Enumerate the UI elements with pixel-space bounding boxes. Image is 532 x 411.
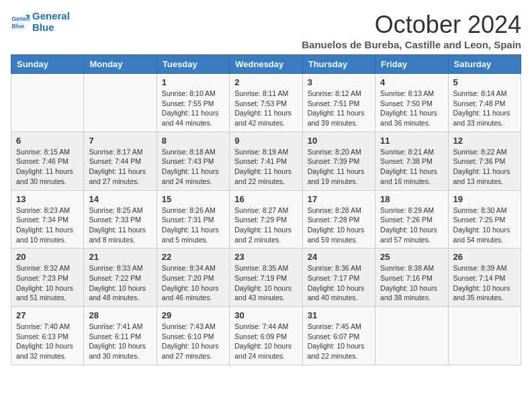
day-header-tuesday: Tuesday xyxy=(157,55,229,74)
calendar-cell: 29Sunrise: 7:43 AMSunset: 6:10 PMDayligh… xyxy=(157,307,229,365)
day-number: 23 xyxy=(234,252,297,262)
calendar-cell: 17Sunrise: 8:28 AMSunset: 7:28 PMDayligh… xyxy=(302,190,375,248)
day-number: 16 xyxy=(234,194,297,204)
day-info: Sunrise: 8:33 AMSunset: 7:22 PMDaylight:… xyxy=(89,263,151,303)
day-number: 11 xyxy=(380,136,443,146)
calendar-cell: 5Sunrise: 8:14 AMSunset: 7:48 PMDaylight… xyxy=(448,74,521,132)
day-info: Sunrise: 8:14 AMSunset: 7:48 PMDaylight:… xyxy=(453,89,516,128)
logo: General Blue General Blue xyxy=(11,11,70,33)
day-info: Sunrise: 8:22 AMSunset: 7:36 PMDaylight:… xyxy=(453,147,516,187)
svg-text:General: General xyxy=(12,15,30,22)
calendar-cell xyxy=(375,307,448,365)
calendar-cell: 21Sunrise: 8:33 AMSunset: 7:22 PMDayligh… xyxy=(84,248,157,307)
day-header-sunday: Sunday xyxy=(11,55,84,74)
day-number: 3 xyxy=(308,77,370,87)
day-number: 1 xyxy=(162,77,224,87)
day-number: 12 xyxy=(453,136,516,146)
day-number: 22 xyxy=(162,252,224,262)
calendar-cell: 11Sunrise: 8:21 AMSunset: 7:38 PMDayligh… xyxy=(375,132,448,190)
day-number: 29 xyxy=(162,310,224,320)
logo-icon: General Blue xyxy=(11,13,30,32)
day-header-saturday: Saturday xyxy=(448,55,521,74)
calendar-cell: 2Sunrise: 8:11 AMSunset: 7:53 PMDaylight… xyxy=(230,74,302,132)
calendar-cell: 7Sunrise: 8:17 AMSunset: 7:44 PMDaylight… xyxy=(84,132,157,190)
calendar-cell: 28Sunrise: 7:41 AMSunset: 6:11 PMDayligh… xyxy=(84,307,157,365)
calendar-cell: 27Sunrise: 7:40 AMSunset: 6:13 PMDayligh… xyxy=(11,307,84,365)
day-info: Sunrise: 8:10 AMSunset: 7:55 PMDaylight:… xyxy=(162,89,224,128)
calendar-cell: 31Sunrise: 7:45 AMSunset: 6:07 PMDayligh… xyxy=(302,307,375,365)
day-info: Sunrise: 7:44 AMSunset: 6:09 PMDaylight:… xyxy=(234,322,297,361)
calendar-cell: 30Sunrise: 7:44 AMSunset: 6:09 PMDayligh… xyxy=(230,307,302,365)
day-info: Sunrise: 8:11 AMSunset: 7:53 PMDaylight:… xyxy=(234,89,297,128)
calendar-cell: 6Sunrise: 8:15 AMSunset: 7:46 PMDaylight… xyxy=(11,132,84,190)
week-row-2: 6Sunrise: 8:15 AMSunset: 7:46 PMDaylight… xyxy=(11,132,521,190)
week-row-5: 27Sunrise: 7:40 AMSunset: 6:13 PMDayligh… xyxy=(11,307,521,365)
week-row-3: 13Sunrise: 8:23 AMSunset: 7:34 PMDayligh… xyxy=(11,190,521,248)
day-info: Sunrise: 8:27 AMSunset: 7:29 PMDaylight:… xyxy=(234,205,297,245)
day-info: Sunrise: 7:43 AMSunset: 6:10 PMDaylight:… xyxy=(162,322,224,361)
month-title: October 2024 xyxy=(302,11,521,39)
day-number: 7 xyxy=(89,136,151,146)
day-number: 5 xyxy=(453,77,516,87)
logo-subtext: Blue xyxy=(32,22,70,34)
day-number: 25 xyxy=(380,252,443,262)
calendar-cell: 23Sunrise: 8:35 AMSunset: 7:19 PMDayligh… xyxy=(230,248,302,307)
day-number: 8 xyxy=(162,136,224,146)
calendar-cell: 9Sunrise: 8:19 AMSunset: 7:41 PMDaylight… xyxy=(230,132,302,190)
calendar-cell: 12Sunrise: 8:22 AMSunset: 7:36 PMDayligh… xyxy=(448,132,521,190)
day-header-monday: Monday xyxy=(84,55,157,74)
calendar-body: 1Sunrise: 8:10 AMSunset: 7:55 PMDaylight… xyxy=(11,74,521,365)
location-subtitle: Banuelos de Bureba, Castille and Leon, S… xyxy=(302,39,521,50)
calendar-cell: 24Sunrise: 8:36 AMSunset: 7:17 PMDayligh… xyxy=(302,248,375,307)
day-info: Sunrise: 8:13 AMSunset: 7:50 PMDaylight:… xyxy=(380,89,443,128)
day-info: Sunrise: 8:15 AMSunset: 7:46 PMDaylight:… xyxy=(16,147,79,187)
day-number: 31 xyxy=(308,310,370,320)
day-info: Sunrise: 8:36 AMSunset: 7:17 PMDaylight:… xyxy=(308,263,370,303)
calendar-cell: 19Sunrise: 8:30 AMSunset: 7:25 PMDayligh… xyxy=(448,190,521,248)
calendar-cell: 22Sunrise: 8:34 AMSunset: 7:20 PMDayligh… xyxy=(157,248,229,307)
calendar-cell: 8Sunrise: 8:18 AMSunset: 7:43 PMDaylight… xyxy=(157,132,229,190)
day-info: Sunrise: 8:26 AMSunset: 7:31 PMDaylight:… xyxy=(162,205,224,245)
day-number: 15 xyxy=(162,194,224,204)
day-header-thursday: Thursday xyxy=(302,55,375,74)
day-info: Sunrise: 7:40 AMSunset: 6:13 PMDaylight:… xyxy=(16,322,79,361)
day-number: 17 xyxy=(308,194,370,204)
day-info: Sunrise: 8:32 AMSunset: 7:23 PMDaylight:… xyxy=(16,263,79,303)
day-info: Sunrise: 8:18 AMSunset: 7:43 PMDaylight:… xyxy=(162,147,224,187)
day-info: Sunrise: 8:23 AMSunset: 7:34 PMDaylight:… xyxy=(16,205,79,245)
day-number: 10 xyxy=(308,136,370,146)
day-number: 26 xyxy=(453,252,516,262)
day-info: Sunrise: 8:35 AMSunset: 7:19 PMDaylight:… xyxy=(234,263,297,303)
day-number: 6 xyxy=(16,136,79,146)
day-info: Sunrise: 8:20 AMSunset: 7:39 PMDaylight:… xyxy=(308,147,370,187)
calendar-cell: 16Sunrise: 8:27 AMSunset: 7:29 PMDayligh… xyxy=(230,190,302,248)
calendar-cell: 25Sunrise: 8:38 AMSunset: 7:16 PMDayligh… xyxy=(375,248,448,307)
day-number: 21 xyxy=(89,252,151,262)
calendar-header: SundayMondayTuesdayWednesdayThursdayFrid… xyxy=(11,55,521,74)
day-info: Sunrise: 8:21 AMSunset: 7:38 PMDaylight:… xyxy=(380,147,443,187)
day-number: 19 xyxy=(453,194,516,204)
day-number: 30 xyxy=(234,310,297,320)
title-section: October 2024 Banuelos de Bureba, Castill… xyxy=(302,11,521,50)
calendar-cell: 10Sunrise: 8:20 AMSunset: 7:39 PMDayligh… xyxy=(302,132,375,190)
day-number: 27 xyxy=(16,310,79,320)
day-info: Sunrise: 7:45 AMSunset: 6:07 PMDaylight:… xyxy=(308,322,370,361)
calendar-cell: 14Sunrise: 8:25 AMSunset: 7:33 PMDayligh… xyxy=(84,190,157,248)
day-number: 28 xyxy=(89,310,151,320)
day-info: Sunrise: 8:17 AMSunset: 7:44 PMDaylight:… xyxy=(89,147,151,187)
day-number: 14 xyxy=(89,194,151,204)
calendar-cell: 18Sunrise: 8:29 AMSunset: 7:26 PMDayligh… xyxy=(375,190,448,248)
day-info: Sunrise: 8:30 AMSunset: 7:25 PMDaylight:… xyxy=(453,205,516,245)
day-info: Sunrise: 8:25 AMSunset: 7:33 PMDaylight:… xyxy=(89,205,151,245)
day-number: 18 xyxy=(380,194,443,204)
day-info: Sunrise: 8:29 AMSunset: 7:26 PMDaylight:… xyxy=(380,205,443,245)
calendar-cell: 20Sunrise: 8:32 AMSunset: 7:23 PMDayligh… xyxy=(11,248,84,307)
day-number: 9 xyxy=(234,136,297,146)
day-info: Sunrise: 8:39 AMSunset: 7:14 PMDaylight:… xyxy=(453,263,516,303)
calendar-cell: 1Sunrise: 8:10 AMSunset: 7:55 PMDaylight… xyxy=(157,74,229,132)
calendar-cell xyxy=(84,74,157,132)
day-info: Sunrise: 8:34 AMSunset: 7:20 PMDaylight:… xyxy=(162,263,224,303)
calendar-cell: 3Sunrise: 8:12 AMSunset: 7:51 PMDaylight… xyxy=(302,74,375,132)
day-header-wednesday: Wednesday xyxy=(230,55,302,74)
calendar-cell: 4Sunrise: 8:13 AMSunset: 7:50 PMDaylight… xyxy=(375,74,448,132)
